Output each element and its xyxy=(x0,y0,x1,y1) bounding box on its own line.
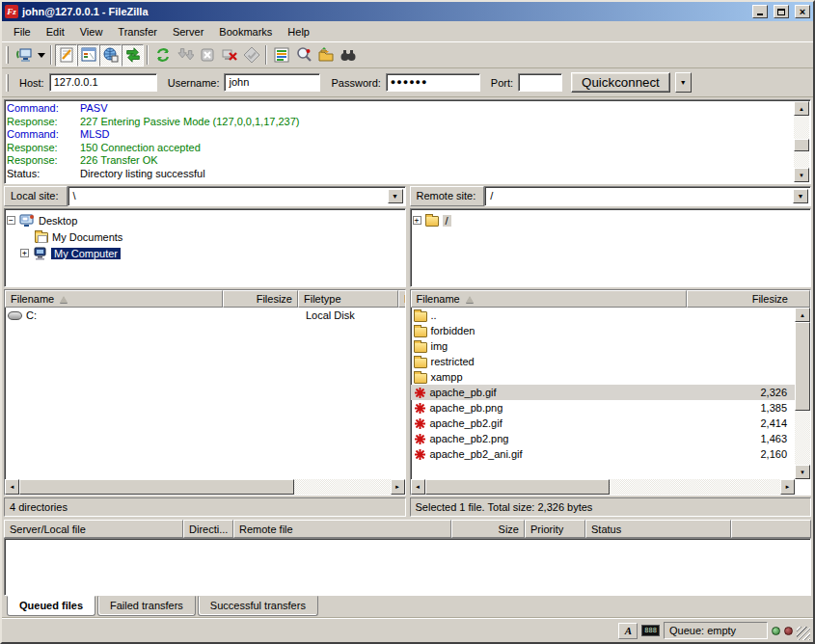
remote-site-combo[interactable]: / ▼ xyxy=(484,186,811,206)
maximize-button[interactable] xyxy=(774,5,789,18)
column-filetype[interactable]: Filetype xyxy=(298,290,398,308)
toggle-remote-tree-button[interactable] xyxy=(99,44,122,67)
file-row[interactable]: forbidden xyxy=(411,323,796,338)
title-bar[interactable]: Fz john@127.0.0.1 - FileZilla × xyxy=(2,2,813,21)
column-priority[interactable]: Priority xyxy=(525,520,585,538)
transfer-type-indicator[interactable]: A xyxy=(618,623,638,639)
log-scrollbar[interactable]: ▲ ▼ xyxy=(794,101,809,182)
quickconnect-dropdown[interactable]: ▼ xyxy=(675,72,692,93)
cancel-operation-button[interactable] xyxy=(196,44,218,67)
expand-icon[interactable]: + xyxy=(20,249,29,257)
scroll-left-icon[interactable]: ◄ xyxy=(411,479,425,495)
process-queue-button[interactable] xyxy=(174,44,196,67)
message-log[interactable]: Command: PASV Response: 227 Entering Pas… xyxy=(4,99,811,184)
remote-tree[interactable]: + / xyxy=(410,208,812,287)
file-row[interactable]: apache_pb2.gif 2,414 xyxy=(411,416,796,431)
host-input[interactable]: 127.0.0.1 xyxy=(49,73,157,92)
column-status[interactable]: Status xyxy=(585,520,731,538)
scroll-up-icon[interactable]: ▲ xyxy=(794,101,809,116)
username-input[interactable]: john xyxy=(224,73,320,92)
queue-body[interactable] xyxy=(4,538,811,596)
site-manager-button[interactable] xyxy=(13,44,35,67)
reconnect-button[interactable] xyxy=(240,44,262,67)
quickconnect-button[interactable]: Quickconnect xyxy=(571,72,670,93)
remote-vscrollbar[interactable]: ▲ ▼ xyxy=(795,308,810,479)
minimize-button[interactable] xyxy=(752,5,768,18)
tree-item-desktop[interactable]: − Desktop xyxy=(7,212,403,228)
scroll-right-icon[interactable]: ► xyxy=(391,479,405,495)
username-label: Username: xyxy=(168,77,220,89)
local-pane: Local site: \ ▼ − Desktop My Documents xyxy=(4,186,406,517)
file-row[interactable]: apache_pb.png 1,385 xyxy=(411,400,796,416)
toggle-transfer-queue-button[interactable] xyxy=(122,44,144,67)
file-row[interactable]: restricted xyxy=(411,354,796,369)
column-filesize[interactable]: Filesize xyxy=(687,290,811,308)
scroll-down-icon[interactable]: ▼ xyxy=(794,168,809,182)
column-remote-file[interactable]: Remote file xyxy=(233,520,451,538)
scroll-up-icon[interactable]: ▲ xyxy=(795,308,810,322)
chevron-down-icon[interactable]: ▼ xyxy=(388,189,403,203)
scroll-down-icon[interactable]: ▼ xyxy=(795,465,810,479)
password-input[interactable]: ●●●●●● xyxy=(386,73,480,92)
menu-server[interactable]: Server xyxy=(165,24,211,40)
tab-successful-transfers[interactable]: Successful transfers xyxy=(198,596,318,616)
column-last-modified[interactable]: L xyxy=(398,290,405,308)
local-site-combo[interactable]: \ ▼ xyxy=(68,186,406,206)
scroll-right-icon[interactable]: ► xyxy=(780,479,795,495)
refresh-button[interactable] xyxy=(151,44,174,67)
column-filename[interactable]: Filename xyxy=(411,290,687,308)
collapse-icon[interactable]: − xyxy=(7,216,15,225)
scrollbar-thumb[interactable] xyxy=(425,479,611,495)
menu-file[interactable]: File xyxy=(6,24,39,40)
speed-display-icon[interactable]: 888 xyxy=(641,625,660,636)
file-row-selected[interactable]: apache_pb.gif 2,326 xyxy=(411,385,796,400)
menu-transfer[interactable]: Transfer xyxy=(110,24,165,40)
menu-help[interactable]: Help xyxy=(280,24,317,40)
find-files-button[interactable] xyxy=(292,44,314,67)
scrollbar-thumb[interactable] xyxy=(19,479,294,495)
remote-hscrollbar[interactable]: ◄ ► xyxy=(411,479,811,495)
column-direction[interactable]: Directi... xyxy=(183,520,233,538)
resize-grip[interactable] xyxy=(797,627,810,640)
expand-icon[interactable]: + xyxy=(413,216,421,225)
tree-item-my-documents[interactable]: My Documents xyxy=(7,228,403,245)
column-size[interactable]: Size xyxy=(451,520,525,538)
menu-view[interactable]: View xyxy=(72,24,111,40)
toggle-local-tree-button[interactable] xyxy=(77,44,99,67)
column-filesize[interactable]: Filesize xyxy=(223,290,298,308)
toolbar-grip[interactable] xyxy=(6,46,9,64)
file-row[interactable]: apache_pb2.png 1,463 xyxy=(411,431,796,446)
file-row[interactable]: C: Local Disk xyxy=(5,308,405,323)
scrollbar-thumb[interactable] xyxy=(794,139,809,151)
log-label: Command: xyxy=(7,102,80,116)
folder-icon xyxy=(414,342,427,353)
directory-comparison-button[interactable] xyxy=(270,44,292,67)
log-label: Response: xyxy=(7,116,80,129)
tab-queued-files[interactable]: Queued files xyxy=(7,596,95,616)
synchronized-browsing-button[interactable] xyxy=(314,44,337,67)
quickconnect-grip[interactable] xyxy=(6,74,9,92)
site-manager-dropdown[interactable] xyxy=(35,44,47,67)
disconnect-button[interactable] xyxy=(218,44,240,67)
file-row[interactable]: xampp xyxy=(411,369,796,385)
port-input[interactable] xyxy=(518,73,562,92)
file-row[interactable]: .. xyxy=(411,308,796,323)
chevron-down-icon[interactable]: ▼ xyxy=(793,189,808,203)
tree-item-root[interactable]: + / xyxy=(413,212,809,228)
tab-failed-transfers[interactable]: Failed transfers xyxy=(97,596,196,616)
file-row[interactable]: apache_pb2_ani.gif 2,160 xyxy=(411,446,796,462)
column-filename[interactable]: Filename xyxy=(5,290,223,308)
menu-edit[interactable]: Edit xyxy=(39,24,72,40)
scrollbar-thumb[interactable] xyxy=(795,322,810,411)
filter-button[interactable] xyxy=(337,44,359,67)
menu-bookmarks[interactable]: Bookmarks xyxy=(211,24,280,40)
toggle-message-log-button[interactable] xyxy=(55,44,77,67)
scroll-left-icon[interactable]: ◄ xyxy=(5,479,19,495)
local-tree[interactable]: − Desktop My Documents + xyxy=(4,208,406,287)
close-button[interactable]: × xyxy=(795,5,810,18)
tree-item-my-computer[interactable]: + My Computer xyxy=(7,245,403,261)
column-server-local-file[interactable]: Server/Local file xyxy=(4,520,183,538)
file-row[interactable]: img xyxy=(411,338,796,354)
local-hscrollbar[interactable]: ◄ ► xyxy=(5,479,405,495)
remote-status: Selected 1 file. Total size: 2,326 bytes xyxy=(410,497,812,517)
